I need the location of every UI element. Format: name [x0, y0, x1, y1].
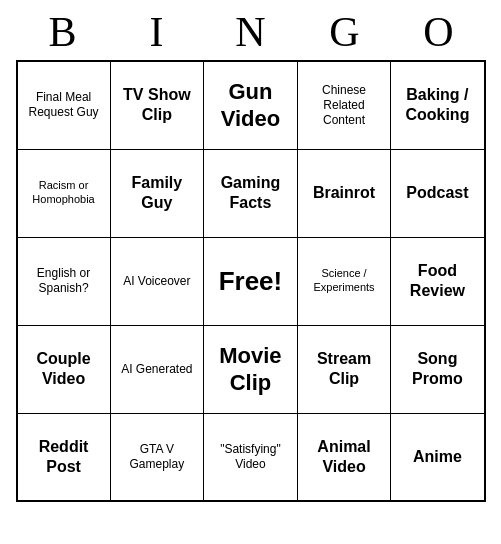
bingo-letter-g: G	[301, 8, 389, 56]
cell-r0-c3: Chinese Related Content	[297, 61, 391, 149]
bingo-grid: Final Meal Request GuyTV Show ClipGun Vi…	[16, 60, 486, 502]
cell-r4-c2: "Satisfying" Video	[204, 413, 298, 501]
cell-r2-c2: Free!	[204, 237, 298, 325]
cell-r4-c0: Reddit Post	[17, 413, 111, 501]
bingo-title: BINGO	[16, 0, 486, 60]
cell-r0-c2: Gun Video	[204, 61, 298, 149]
cell-r3-c0: Couple Video	[17, 325, 111, 413]
cell-r1-c3: Brainrot	[297, 149, 391, 237]
cell-r2-c0: English or Spanish?	[17, 237, 111, 325]
cell-r4-c4: Anime	[391, 413, 485, 501]
cell-r3-c4: Song Promo	[391, 325, 485, 413]
cell-r3-c1: AI Generated	[110, 325, 204, 413]
cell-r4-c3: Animal Video	[297, 413, 391, 501]
cell-r4-c1: GTA V Gameplay	[110, 413, 204, 501]
cell-r2-c1: AI Voiceover	[110, 237, 204, 325]
bingo-letter-b: B	[19, 8, 107, 56]
cell-r1-c4: Podcast	[391, 149, 485, 237]
bingo-letter-o: O	[395, 8, 483, 56]
cell-r1-c0: Racism or Homophobia	[17, 149, 111, 237]
cell-r2-c4: Food Review	[391, 237, 485, 325]
cell-r1-c1: Family Guy	[110, 149, 204, 237]
cell-r0-c1: TV Show Clip	[110, 61, 204, 149]
bingo-letter-i: I	[113, 8, 201, 56]
cell-r3-c2: Movie Clip	[204, 325, 298, 413]
cell-r1-c2: Gaming Facts	[204, 149, 298, 237]
bingo-letter-n: N	[207, 8, 295, 56]
cell-r0-c0: Final Meal Request Guy	[17, 61, 111, 149]
cell-r3-c3: Stream Clip	[297, 325, 391, 413]
cell-r0-c4: Baking / Cooking	[391, 61, 485, 149]
cell-r2-c3: Science / Experiments	[297, 237, 391, 325]
